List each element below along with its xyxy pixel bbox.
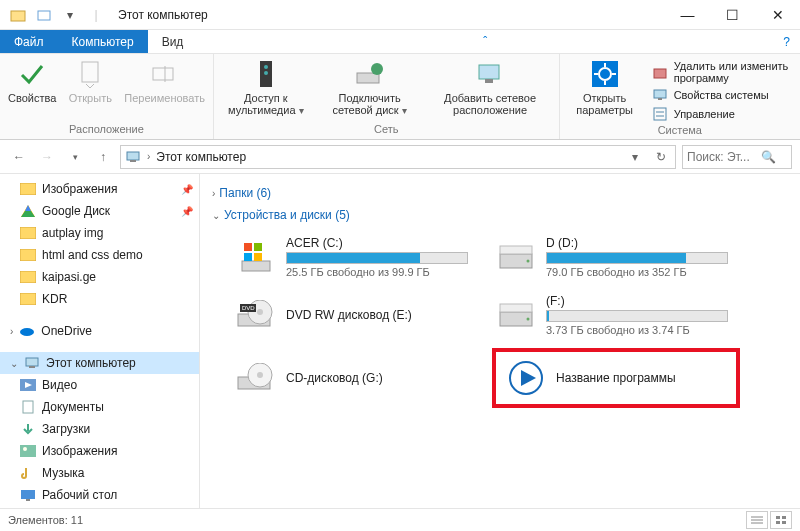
pc-icon [125,149,141,165]
svg-rect-48 [254,253,262,261]
server-icon [250,58,282,90]
pin-icon: 📌 [181,206,193,217]
address-dropdown-icon[interactable]: ▾ [625,150,645,164]
svg-point-62 [257,372,263,378]
sidebar-item-folder[interactable]: autplay img [0,222,199,244]
folder-icon [20,269,36,285]
qat-folder-icon[interactable] [34,5,54,25]
pin-icon: 📌 [181,184,193,195]
folder-icon [20,225,36,241]
hdd-icon [496,295,536,335]
sidebar-item-pictures-lib[interactable]: Изображения [0,440,199,462]
tab-file[interactable]: Файл [0,30,58,53]
add-netlocation-button[interactable]: Добавить сетевое расположение [430,58,551,116]
ribbon: Свойства Открыть Переименовать Расположе… [0,54,800,140]
svg-point-9 [371,63,383,75]
properties-button[interactable]: Свойства [8,58,56,104]
tab-computer[interactable]: Компьютер [58,30,148,53]
open-settings-button[interactable]: Открыть параметры [568,58,642,116]
svg-rect-11 [485,79,493,83]
drive-item[interactable]: ACER (C:)25.5 ГБ свободно из 99.9 ГБ [232,232,472,282]
folders-section-header[interactable]: ›Папки (6) [212,182,788,204]
open-button[interactable]: Открыть [66,58,114,104]
tab-view[interactable]: Вид [148,30,198,53]
refresh-icon[interactable]: ↻ [651,150,671,164]
drive-item[interactable]: (F:)3.73 ГБ свободно из 3.74 ГБ [492,290,732,340]
drive-item[interactable]: CD-дисковод (G:) [232,348,472,408]
rename-button[interactable]: Переименовать [124,58,205,104]
chevron-right-icon[interactable]: › [147,151,150,162]
sidebar-item-documents[interactable]: Документы [0,396,199,418]
minimize-button[interactable]: — [665,0,710,30]
uninstall-program-link[interactable]: Удалить или изменить программу [652,60,792,84]
search-input[interactable] [687,150,757,164]
nav-recent-dropdown[interactable]: ▾ [64,146,86,168]
sidebar-item-desktop[interactable]: Рабочий стол [0,484,199,506]
drive-item[interactable]: DVD DVD RW дисковод (E:) [232,290,472,340]
sidebar-item-downloads[interactable]: Загрузки [0,418,199,440]
search-icon[interactable]: 🔍 [761,150,776,164]
svg-rect-44 [242,261,270,271]
sidebar-item-onedrive[interactable]: ›OneDrive [0,320,199,342]
sidebar-item-music[interactable]: Музыка [0,462,199,484]
svg-rect-33 [20,293,36,305]
sidebar-item-pictures[interactable]: Изображения📌 [0,178,199,200]
svg-rect-43 [26,499,30,501]
document-icon [20,399,36,415]
sidebar-item-folder[interactable]: kaipasi.ge [0,266,199,288]
sidebar[interactable]: Изображения📌 Google Диск📌 autplay img ht… [0,174,200,508]
drive-item[interactable]: D (D:)79.0 ГБ свободно из 352 ГБ [492,232,732,282]
onedrive-icon [19,323,35,339]
ribbon-collapse-icon[interactable]: ˆ [473,30,497,53]
sidebar-item-videos[interactable]: Видео [0,374,199,396]
svg-rect-1 [38,11,50,20]
svg-rect-18 [654,69,666,78]
svg-rect-31 [20,249,36,261]
cd-icon [236,358,276,398]
manage-link[interactable]: Управление [652,106,792,122]
chevron-down-icon[interactable]: ⌄ [10,358,18,369]
svg-rect-35 [26,358,38,366]
view-icons-button[interactable] [770,511,792,529]
search-box[interactable]: 🔍 [682,145,792,169]
nav-forward-button[interactable]: → [36,146,58,168]
media-access-button[interactable]: Доступ к мультимедиа ▾ [222,58,310,116]
map-netdrive-button[interactable]: Подключить сетевой диск ▾ [320,58,420,116]
maximize-button[interactable]: ☐ [710,0,755,30]
svg-point-51 [527,260,530,263]
svg-rect-20 [658,98,662,100]
folder-icon [20,291,36,307]
music-icon [20,465,36,481]
close-button[interactable]: ✕ [755,0,800,30]
uninstall-icon [652,64,668,80]
svg-rect-50 [500,246,532,254]
sidebar-item-folder[interactable]: KDR [0,288,199,310]
system-props-link[interactable]: Свойства системы [652,87,792,103]
breadcrumb[interactable]: Этот компьютер [156,150,246,164]
svg-rect-24 [127,152,139,160]
address-bar[interactable]: › Этот компьютер ▾ ↻ [120,145,676,169]
gdrive-icon [20,203,36,219]
drive-name: (F:) [546,294,728,308]
drive-item[interactable]: Название программы [492,348,740,408]
chevron-down-icon: ⌄ [212,210,220,221]
drive-usage-bar [286,252,468,264]
sidebar-item-gdrive[interactable]: Google Диск📌 [0,200,199,222]
svg-rect-68 [776,516,780,519]
svg-rect-70 [776,521,780,524]
sidebar-item-folder[interactable]: html and css demo [0,244,199,266]
svg-rect-46 [254,243,262,251]
sidebar-item-thispc[interactable]: ⌄Этот компьютер [0,352,199,374]
play-icon [506,358,546,398]
nav-back-button[interactable]: ← [8,146,30,168]
view-details-button[interactable] [746,511,768,529]
drive-free-text: 3.73 ГБ свободно из 3.74 ГБ [546,324,728,336]
ribbon-help-icon[interactable]: ? [773,30,800,53]
qat-dropdown-icon[interactable]: ▾ [60,5,80,25]
svg-rect-39 [23,401,33,413]
svg-rect-42 [21,490,35,499]
group-system-label: Система [568,122,792,138]
chevron-right-icon[interactable]: › [10,326,13,337]
nav-up-button[interactable]: ↑ [92,146,114,168]
devices-section-header[interactable]: ⌄Устройства и диски (5) [212,204,788,226]
